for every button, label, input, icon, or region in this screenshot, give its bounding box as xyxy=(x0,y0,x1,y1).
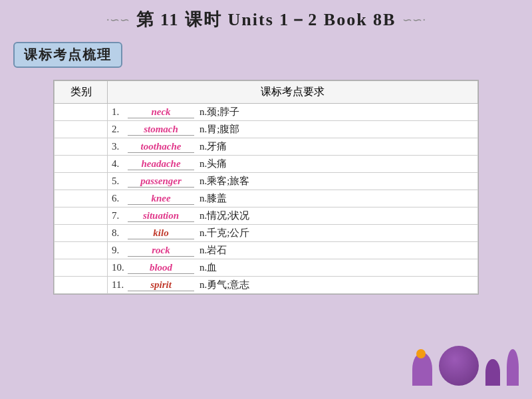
word-meaning: n.胃;腹部 xyxy=(200,123,239,136)
deco-pillar-2 xyxy=(485,359,500,386)
col-type-header: 类别 xyxy=(55,81,108,104)
table-cell-type xyxy=(55,242,108,259)
table-row: 9.rockn.岩石 xyxy=(55,242,478,259)
table-cell-type xyxy=(55,156,108,173)
vocabulary-word: situation xyxy=(128,210,194,222)
row-number: 8. xyxy=(112,227,126,239)
table-cell-type xyxy=(55,104,108,121)
word-meaning: n.牙痛 xyxy=(200,140,227,153)
table-row: 7.situationn.情况;状况 xyxy=(55,207,478,225)
word-meaning: n.颈;脖子 xyxy=(200,106,239,118)
table-cell-type xyxy=(55,138,108,156)
row-number: 2. xyxy=(112,124,126,135)
word-text: rock xyxy=(152,245,170,255)
word-text: stomach xyxy=(144,124,178,134)
vocabulary-word: toothache xyxy=(128,141,194,153)
row-number: 3. xyxy=(112,141,126,152)
table-cell-type xyxy=(55,207,108,225)
word-meaning: n.乘客;旅客 xyxy=(200,175,249,188)
vocabulary-table: 类别 课标考点要求 1.neckn.颈;脖子2.stomachn.胃;腹部3.t… xyxy=(54,80,478,294)
col-req-header: 课标考点要求 xyxy=(108,81,478,104)
deco-large-circle xyxy=(439,346,479,386)
row-number: 6. xyxy=(112,193,126,204)
deco-right: ∽∽· xyxy=(402,13,426,27)
table-cell-type xyxy=(55,277,108,294)
table-cell-content: 11.spiritn.勇气;意志 xyxy=(108,277,478,294)
table-row: 1.neckn.颈;脖子 xyxy=(55,104,478,121)
word-text: headache xyxy=(141,158,180,169)
table-cell-type xyxy=(55,259,108,277)
section-badge: 课标考点梳理 xyxy=(13,42,122,68)
table-row: 8.kilon.千克;公斤 xyxy=(55,225,478,242)
table-cell-content: 2.stomachn.胃;腹部 xyxy=(108,121,478,138)
deco-left: ·∽∽ xyxy=(106,13,130,27)
word-text: kilo xyxy=(153,227,168,238)
row-number: 7. xyxy=(112,210,126,221)
table-cell-type xyxy=(55,121,108,138)
vocabulary-table-container: 类别 课标考点要求 1.neckn.颈;脖子2.stomachn.胃;腹部3.t… xyxy=(53,80,479,295)
table-cell-content: 5.passengern.乘客;旅客 xyxy=(108,173,478,190)
vocabulary-word: neck xyxy=(128,106,194,118)
deco-pillar-1 xyxy=(412,352,432,386)
table-cell-type xyxy=(55,190,108,207)
row-number: 5. xyxy=(112,176,126,187)
deco-dot xyxy=(416,349,426,358)
page-header: ·∽∽ 第 11 课时 Units 1－2 Book 8B ∽∽· xyxy=(0,0,532,39)
word-meaning: n.情况;状况 xyxy=(200,209,249,222)
word-text: passenger xyxy=(140,176,182,186)
table-row: 3.toothachen.牙痛 xyxy=(55,138,478,156)
row-number: 4. xyxy=(112,158,126,170)
vocabulary-word: headache xyxy=(128,158,194,170)
word-text: spirit xyxy=(150,279,172,290)
word-text: toothache xyxy=(141,141,182,152)
table-cell-content: 6.kneen.膝盖 xyxy=(108,190,478,207)
table-cell-type xyxy=(55,225,108,242)
table-cell-content: 7.situationn.情况;状况 xyxy=(108,207,478,225)
page-title: 第 11 课时 Units 1－2 Book 8B xyxy=(136,8,396,31)
table-cell-content: 1.neckn.颈;脖子 xyxy=(108,104,478,121)
row-number: 1. xyxy=(112,106,126,118)
word-text: situation xyxy=(143,210,179,221)
row-number: 11. xyxy=(112,279,126,291)
vocabulary-word: rock xyxy=(128,245,194,257)
table-row: 11.spiritn.勇气;意志 xyxy=(55,277,478,294)
table-cell-type xyxy=(55,173,108,190)
word-text: blood xyxy=(150,262,172,273)
row-number: 10. xyxy=(112,262,126,273)
word-meaning: n.勇气;意志 xyxy=(200,279,249,291)
vocabulary-word: kilo xyxy=(128,227,194,239)
badge-container: 课标考点梳理 xyxy=(0,39,532,74)
vocabulary-word: stomach xyxy=(128,124,194,136)
word-text: knee xyxy=(151,193,170,203)
table-cell-content: 3.toothachen.牙痛 xyxy=(108,138,478,156)
vocabulary-word: knee xyxy=(128,193,194,205)
table-row: 5.passengern.乘客;旅客 xyxy=(55,173,478,190)
vocabulary-word: passenger xyxy=(128,176,194,188)
vocabulary-word: blood xyxy=(128,262,194,274)
deco-pillar-3 xyxy=(507,349,519,386)
decoration-bottom-right xyxy=(412,346,519,386)
table-cell-content: 4.headachen.头痛 xyxy=(108,156,478,173)
table-cell-content: 9.rockn.岩石 xyxy=(108,242,478,259)
table-header-row: 类别 课标考点要求 xyxy=(55,81,478,104)
table-row: 6.kneen.膝盖 xyxy=(55,190,478,207)
table-row: 2.stomachn.胃;腹部 xyxy=(55,121,478,138)
table-cell-content: 10.bloodn.血 xyxy=(108,259,478,277)
table-cell-content: 8.kilon.千克;公斤 xyxy=(108,225,478,242)
word-meaning: n.头痛 xyxy=(200,158,227,170)
row-number: 9. xyxy=(112,245,126,256)
word-meaning: n.千克;公斤 xyxy=(200,227,249,239)
table-row: 10.bloodn.血 xyxy=(55,259,478,277)
word-meaning: n.岩石 xyxy=(200,244,227,257)
word-meaning: n.膝盖 xyxy=(200,192,227,205)
word-text: neck xyxy=(151,106,170,117)
vocabulary-word: spirit xyxy=(128,279,194,291)
table-row: 4.headachen.头痛 xyxy=(55,156,478,173)
word-meaning: n.血 xyxy=(200,261,217,274)
